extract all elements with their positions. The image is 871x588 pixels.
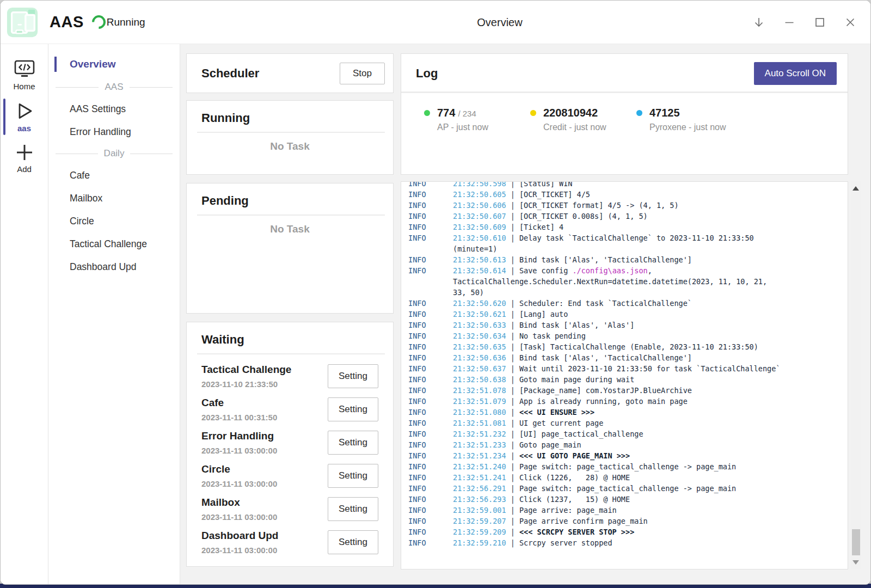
sidebar-item[interactable]: Cafe bbox=[48, 164, 180, 187]
log-scrollbar[interactable] bbox=[851, 181, 861, 569]
code-monitor-icon bbox=[14, 59, 35, 79]
log-line: INFO 21:32:50.633 | Bind task ['Alas', '… bbox=[408, 320, 844, 330]
log-line: INFO 21:32:51.081 | UI get current page bbox=[408, 418, 844, 428]
log-line: INFO 21:32:50.607 | [OCR_TICKET 0.008s] … bbox=[408, 211, 844, 222]
scheduler-title: Scheduler bbox=[201, 66, 259, 81]
minimize-button[interactable] bbox=[781, 14, 798, 30]
log-message-segment: ./config\aas.json bbox=[572, 266, 647, 275]
log-separator: | bbox=[506, 517, 519, 525]
rail-item-aas[interactable]: aas bbox=[1, 96, 48, 138]
log-line: INFO 21:32:50.636 | Bind task ['Alas', '… bbox=[408, 352, 844, 363]
log-message-segment: Page switch: page_tactical_challenge -> … bbox=[519, 484, 736, 493]
stat-label: Pyroxene - just now bbox=[649, 122, 726, 132]
log-timestamp: 21:32:50.610 bbox=[453, 234, 506, 242]
task-next-run-time: 2023-11-11 03:00:00 bbox=[201, 512, 277, 522]
log-line: INFO 21:32:50.620 | Scheduler: End task … bbox=[408, 298, 844, 309]
waiting-task-row: Circle 2023-11-11 03:00:00 Setting bbox=[201, 459, 378, 492]
log-separator: | bbox=[506, 495, 519, 504]
stat-suffix: / 234 bbox=[458, 109, 476, 118]
waiting-task-row: Tactical Challenge 2023-11-10 21:33:50 S… bbox=[201, 359, 378, 393]
auto-scroll-toggle-button[interactable]: Auto Scroll ON bbox=[754, 62, 837, 85]
sidebar-item[interactable]: Circle bbox=[48, 210, 180, 232]
scheduler-card: Scheduler Stop bbox=[186, 53, 394, 93]
stop-button[interactable]: Stop bbox=[340, 63, 385, 84]
log-message-segment: [OCR_TICKET] 4/5 bbox=[519, 190, 590, 199]
sidebar-item[interactable]: Tactical Challenge bbox=[48, 232, 180, 255]
log-timestamp: 21:32:50.621 bbox=[453, 310, 506, 318]
log-separator: | bbox=[506, 364, 519, 373]
log-timestamp: 21:32:50.606 bbox=[453, 201, 506, 210]
log-line: INFO 21:32:50.637 | Wait until 2023-11-1… bbox=[408, 363, 844, 374]
scrollbar-thumb[interactable] bbox=[852, 529, 860, 555]
sidebar-item[interactable]: Error Handling bbox=[48, 120, 180, 143]
log-timestamp: 21:32:59.001 bbox=[453, 506, 506, 514]
log-separator: | bbox=[506, 353, 519, 362]
log-timestamp: 21:32:50.635 bbox=[453, 342, 506, 351]
app-logo-icon bbox=[6, 5, 40, 39]
log-console[interactable]: INFO 21:32:50.598 | [Status] WIN INFO 21… bbox=[401, 181, 848, 569]
task-next-run-time: 2023-11-11 03:00:00 bbox=[201, 479, 277, 488]
log-level: INFO bbox=[408, 472, 453, 483]
log-timestamp: 21:32:51.240 bbox=[453, 462, 506, 471]
log-level: INFO bbox=[408, 222, 453, 232]
log-message-segment: [OCR_TICKET format] 4/5 -> (4, 1, 5) bbox=[519, 201, 679, 210]
task-setting-button[interactable]: Setting bbox=[328, 364, 378, 388]
log-separator: | bbox=[506, 299, 519, 308]
stat-value: 220810942 bbox=[543, 107, 598, 119]
task-setting-button[interactable]: Setting bbox=[328, 464, 378, 488]
log-separator: | bbox=[506, 190, 519, 199]
task-setting-button[interactable]: Setting bbox=[328, 431, 378, 455]
log-separator: | bbox=[506, 538, 519, 547]
task-setting-button[interactable]: Setting bbox=[328, 497, 378, 521]
rail-item-label: Add bbox=[17, 164, 32, 174]
sidebar-item[interactable]: Dashboard Upd bbox=[48, 255, 180, 278]
task-setting-button[interactable]: Setting bbox=[328, 397, 378, 421]
sidebar-item[interactable]: Mailbox bbox=[48, 187, 180, 210]
log-line: INFO 21:32:50.606 | [OCR_TICKET format] … bbox=[408, 200, 844, 211]
log-message-segment: Click (1237, 15) @ HOME bbox=[519, 495, 630, 504]
log-level: INFO bbox=[408, 189, 453, 200]
sidebar-group-divider: Daily bbox=[48, 143, 180, 164]
log-level: INFO bbox=[408, 374, 453, 385]
close-icon bbox=[843, 15, 857, 29]
stat-value: 774 bbox=[437, 107, 455, 119]
rail-item-add[interactable]: Add bbox=[1, 138, 48, 179]
log-timestamp: 21:32:50.613 bbox=[453, 255, 506, 264]
log-message-segment: <<< UI ENSURE >>> bbox=[519, 408, 594, 416]
log-line: INFO 21:32:56.293 | Click (1237, 15) @ H… bbox=[408, 494, 844, 505]
task-setting-button[interactable]: Setting bbox=[328, 530, 378, 554]
sidebar-group-divider: AAS bbox=[48, 77, 180, 97]
log-message-segment: <<< SCRCPY SERVER STOP >>> bbox=[519, 528, 634, 536]
task-name: Error Handling bbox=[201, 430, 277, 442]
log-level: INFO bbox=[408, 309, 453, 320]
log-timestamp: 21:32:50.636 bbox=[453, 353, 506, 362]
waiting-task-list: Tactical Challenge 2023-11-10 21:33:50 S… bbox=[187, 359, 393, 559]
log-timestamp: 21:32:51.079 bbox=[453, 397, 506, 406]
rail-item-home[interactable]: Home bbox=[1, 54, 48, 96]
nav-rail: Home aas Add bbox=[1, 44, 48, 584]
stat-dot-icon bbox=[424, 110, 430, 116]
active-indicator bbox=[3, 99, 5, 135]
close-button[interactable] bbox=[842, 14, 858, 30]
hide-window-button[interactable] bbox=[751, 14, 767, 30]
sidebar-item-overview[interactable]: Overview bbox=[48, 52, 180, 77]
log-level: INFO bbox=[408, 330, 453, 341]
log-separator: | bbox=[506, 332, 519, 340]
maximize-button[interactable] bbox=[812, 14, 828, 30]
sidebar-item[interactable]: AAS Settings bbox=[48, 97, 180, 120]
running-spinner-icon bbox=[89, 13, 108, 32]
log-level: INFO bbox=[408, 232, 453, 254]
log-line: INFO 21:32:50.638 | Goto main page durin… bbox=[408, 374, 844, 385]
log-message-segment: Page switch: page_tactical_challenge -> … bbox=[519, 462, 736, 471]
running-status-label: Running bbox=[107, 16, 145, 28]
log-level: INFO bbox=[408, 320, 453, 330]
log-level: INFO bbox=[408, 211, 453, 222]
scrollbar-down-icon[interactable] bbox=[852, 560, 859, 565]
main-content: Scheduler Stop Running No Task Pending N… bbox=[180, 44, 870, 584]
log-line: INFO 21:32:50.598 | [Status] WIN bbox=[408, 181, 844, 189]
task-next-run-time: 2023-11-11 03:00:00 bbox=[201, 546, 278, 555]
log-level: INFO bbox=[408, 537, 453, 548]
divider bbox=[197, 215, 385, 216]
log-line: INFO 21:32:59.001 | Page arrive: page_ma… bbox=[408, 505, 844, 516]
scrollbar-up-icon[interactable] bbox=[852, 186, 859, 191]
